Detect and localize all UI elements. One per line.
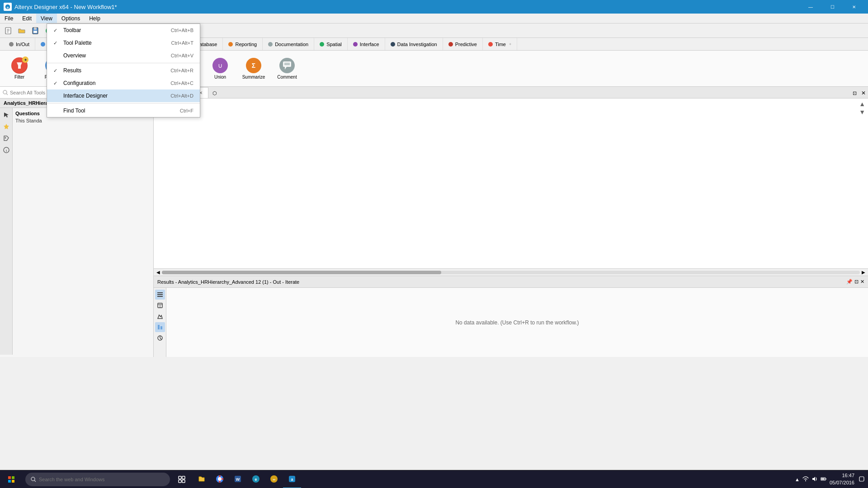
svg-marker-58 — [158, 315, 162, 319]
results-panel: Results - Analytics_HRHierarchy_Advanced… — [154, 276, 868, 357]
close-canvas-button[interactable]: ✕ — [859, 88, 868, 98]
h-scrollbar-thumb[interactable] — [162, 271, 441, 274]
tag-icon[interactable] — [1, 133, 11, 143]
start-button[interactable] — [0, 470, 23, 488]
taskbar-wf-button[interactable]: ∞ — [265, 470, 283, 488]
cat-tab-inout[interactable]: In/Out — [4, 38, 35, 51]
h-scrollbar[interactable]: ◀ ▶ — [154, 268, 868, 276]
cursor-icon[interactable] — [1, 110, 11, 120]
undock-button[interactable]: ⊡ — [850, 88, 859, 98]
results-type2-icon[interactable] — [155, 311, 165, 321]
results-undock-button[interactable]: ⊡ — [854, 279, 859, 285]
window-controls: — ☐ ✕ — [800, 0, 864, 14]
taskbar-alteryx-button[interactable]: a — [283, 470, 301, 488]
menu-configuration-item[interactable]: ✓ Configuration Ctrl+Alt+C — [47, 77, 200, 89]
menu-toolpalette-item[interactable]: ✓ Tool Palette Ctrl+Alt+T — [47, 37, 200, 49]
svg-line-63 — [160, 338, 161, 339]
svg-marker-41 — [4, 113, 9, 117]
results-close-button[interactable]: ✕ — [860, 279, 864, 285]
svg-rect-65 — [12, 476, 14, 479]
svg-text:Σ: Σ — [252, 62, 255, 69]
results-type4-icon[interactable] — [155, 333, 165, 343]
workflow-canvas[interactable]: ▲ ▼ — [154, 99, 868, 268]
scroll-right-button[interactable]: ▶ — [860, 270, 867, 275]
expand-tab-button[interactable]: ⬡ — [210, 88, 219, 98]
tool-comment[interactable]: Comment — [271, 53, 303, 84]
menu-help[interactable]: Help — [85, 14, 105, 23]
new-workflow-button[interactable] — [2, 25, 14, 37]
results-body: No data available. (Use Ctrl+R to run th… — [154, 288, 868, 357]
left-panel-content: Questions This Standa — [13, 108, 153, 355]
results-list-icon[interactable] — [155, 290, 165, 300]
cat-tab-documentation[interactable]: Documentation — [263, 38, 314, 51]
results-tools — [154, 288, 166, 357]
menu-results-item[interactable]: ✓ Results Ctrl+Alt+R — [47, 64, 200, 77]
svg-rect-88 — [859, 477, 864, 481]
taskbar-chrome-button[interactable] — [211, 470, 229, 488]
cat-tab-interface[interactable]: Interface — [348, 38, 385, 51]
tool-union[interactable]: ∪ Union — [204, 53, 236, 84]
svg-text:a: a — [7, 5, 9, 9]
minimize-button[interactable]: — — [800, 0, 821, 14]
battery-icon[interactable] — [821, 476, 827, 483]
tool-summarize-label: Summarize — [242, 75, 265, 80]
svg-marker-42 — [4, 124, 9, 129]
svg-line-69 — [34, 480, 36, 482]
svg-rect-73 — [182, 480, 185, 483]
scroll-left-button[interactable]: ◀ — [155, 270, 162, 275]
taskbar-ie-button[interactable]: e — [247, 470, 265, 488]
svg-point-75 — [218, 477, 222, 481]
h-scrollbar-track[interactable] — [162, 271, 860, 274]
svg-rect-64 — [8, 476, 11, 479]
menu-edit[interactable]: Edit — [18, 14, 36, 23]
cat-tab-predictive[interactable]: Predictive — [443, 38, 483, 51]
close-button[interactable]: ✕ — [844, 0, 864, 14]
tool-filter[interactable]: ★ Filter — [4, 53, 35, 84]
taskbar-search-input[interactable] — [39, 477, 165, 482]
menu-interfacedesigner-item[interactable]: Interface Designer Ctrl+Alt+D — [47, 89, 200, 102]
show-hidden-icons[interactable]: ▲ — [795, 477, 800, 482]
canvas-scroll-arrows: ▲ ▼ — [859, 100, 865, 116]
results-title: Results - Analytics_HRHierarchy_Advanced… — [157, 279, 299, 285]
save-button[interactable] — [29, 25, 42, 37]
cat-tab-reporting[interactable]: Reporting — [223, 38, 263, 51]
maximize-button[interactable]: ☐ — [822, 0, 843, 14]
menu-file[interactable]: File — [0, 14, 18, 23]
menu-overview-item[interactable]: Overview Ctrl+Alt+V — [47, 49, 200, 62]
task-view-button[interactable] — [173, 470, 191, 488]
cat-tab-time[interactable]: Time + — [483, 38, 517, 51]
view-menu-dropdown: ✓ Toolbar Ctrl+Alt+B ✓ Tool Palette Ctrl… — [47, 23, 200, 117]
tool-summarize[interactable]: Σ Summarize — [238, 53, 269, 84]
action-center-icon[interactable] — [859, 476, 864, 483]
favorites-icon[interactable] — [1, 122, 11, 131]
results-type3-icon[interactable] — [155, 322, 165, 332]
tool-union-label: Union — [214, 75, 226, 80]
menu-options[interactable]: Options — [57, 14, 85, 23]
menu-view[interactable]: View — [36, 14, 57, 23]
canvas-area: New Workflow1* ✕ ⬡ ⊡ ✕ ▲ ▼ — [154, 87, 868, 357]
cat-tab-spatial[interactable]: Spatial — [314, 38, 348, 51]
canvas-up-arrow[interactable]: ▲ — [859, 100, 865, 108]
menu-findtool-item[interactable]: Find Tool Ctrl+F — [47, 104, 200, 117]
menu-toolbar-item[interactable]: ✓ Toolbar Ctrl+Alt+B — [47, 24, 200, 37]
canvas-down-arrow[interactable]: ▼ — [859, 108, 865, 116]
volume-icon[interactable] — [811, 476, 818, 483]
no-data-message: No data available. (Use Ctrl+R to run th… — [455, 319, 579, 326]
network-icon[interactable] — [802, 476, 809, 483]
cat-tab-datainvestigation[interactable]: Data Investigation — [385, 38, 443, 51]
results-header: Results - Analytics_HRHierarchy_Advanced… — [154, 276, 868, 288]
results-pin-button[interactable]: 📌 — [846, 279, 853, 285]
taskbar-search-bar[interactable] — [25, 473, 170, 486]
results-type1-icon[interactable] — [155, 300, 165, 310]
window-title: Alteryx Designer x64 - New Workflow1* — [14, 4, 800, 10]
svg-rect-71 — [182, 476, 185, 479]
info-icon[interactable]: i — [1, 145, 11, 155]
open-button[interactable] — [15, 25, 28, 37]
taskbar-word-button[interactable]: W — [229, 470, 247, 488]
tool-comment-label: Comment — [277, 75, 297, 80]
svg-point-68 — [31, 477, 35, 481]
taskbar-files-button[interactable] — [193, 470, 211, 488]
title-bar: a Alteryx Designer x64 - New Workflow1* … — [0, 0, 868, 14]
svg-rect-59 — [158, 325, 160, 329]
app-icon: a — [4, 3, 12, 11]
